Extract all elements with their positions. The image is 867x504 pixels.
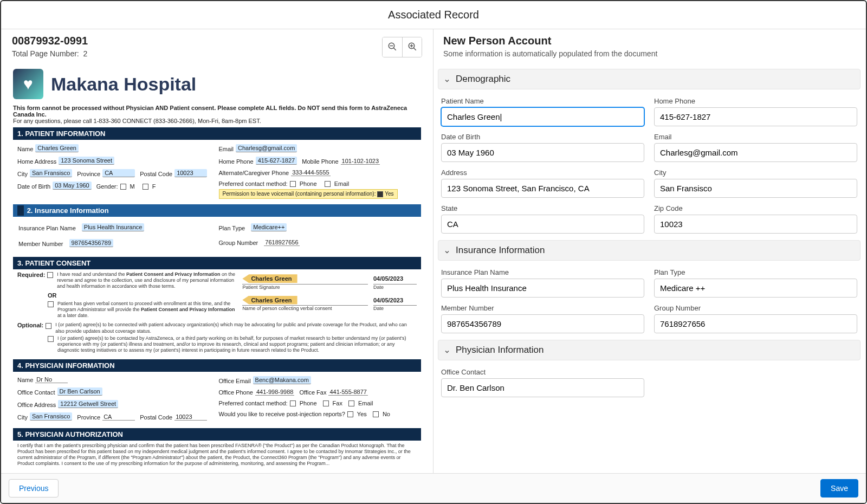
svg-line-1	[393, 48, 396, 50]
s4-reports-yes-label: Yes	[357, 411, 367, 417]
input-home-phone[interactable]	[654, 107, 857, 126]
disclaimer-bold: This form cannot be processed without Ph…	[13, 105, 421, 118]
s1-postal-value: 10023	[174, 169, 207, 177]
s4-phone-label: Office Phone	[219, 389, 253, 396]
s1-pc-phone-checkbox	[290, 181, 296, 187]
s1-city-label: City	[17, 171, 28, 177]
label-address: Address	[441, 169, 644, 177]
label-office-contact: Office Contact	[441, 368, 644, 376]
zoom-controls	[382, 37, 422, 57]
section-header-physician[interactable]: Physician Information	[438, 340, 860, 360]
s3-sig1-date: 04/05/2023	[373, 275, 403, 282]
s2-plan-label: Insurance Plan Name	[18, 225, 76, 231]
page-count-value: 2	[83, 49, 88, 58]
s4-postal-value: 10023	[174, 413, 207, 421]
input-zip[interactable]	[654, 215, 857, 234]
s1-hphone-label: Home Phone	[219, 158, 254, 165]
hospital-logo-icon: ♥	[13, 69, 43, 99]
s4-postal-label: Postal Code	[140, 414, 172, 421]
input-address[interactable]	[441, 179, 644, 198]
form-title: New Person Account	[443, 35, 856, 47]
s3-sig2-label: Name of person collecting verbal consent	[242, 306, 368, 312]
section4-header: 4. PHYSICIAN INFORMATION	[13, 359, 421, 372]
section3-header: 3. PATIENT CONSENT	[13, 257, 421, 269]
s2-type-value: Medicare++	[251, 223, 287, 231]
section-title-insurance: Insurance Information	[456, 245, 545, 256]
input-member-number[interactable]	[441, 314, 644, 333]
input-patient-name[interactable]	[441, 107, 644, 126]
s3-opt1-checkbox	[46, 323, 51, 329]
input-state[interactable]	[441, 215, 644, 234]
section2-body: Insurance Plan Name Plus Health Insuranc…	[13, 217, 421, 257]
input-city[interactable]	[654, 179, 857, 198]
s1-gender-label: Gender:	[96, 183, 118, 190]
s1-altphone-label: Alternate/Caregiver Phone	[219, 170, 289, 176]
s4-reports-label: Would you like to receive post-injection…	[219, 411, 345, 417]
s4-phone-value: 441-998-9988	[255, 389, 295, 396]
modal-footer: Previous Save	[1, 473, 866, 503]
chevron-down-icon	[444, 76, 450, 82]
form-accordion[interactable]: Demographic Patient Name Home Phone Date…	[434, 61, 866, 473]
s4-pc-fax-label: Fax	[333, 400, 342, 406]
scanned-document: ♥ Makana Hospital This form cannot be pr…	[13, 69, 421, 467]
zoom-in-button[interactable]	[402, 37, 422, 57]
s3-req1-text: I have read and understand the Patient C…	[57, 272, 239, 290]
s4-addr-label: Office Address	[17, 402, 56, 408]
s1-gender-m-checkbox	[120, 184, 126, 190]
s1-dob-value: 03 May 1960	[53, 182, 92, 190]
section5-body: I certify that I am the patient's prescr…	[13, 441, 421, 467]
input-email[interactable]	[654, 143, 857, 162]
page-count-label: Total Page Number:	[12, 49, 79, 58]
s1-altphone-value: 333-444-5555	[291, 169, 331, 176]
document-viewer[interactable]: ♥ Makana Hospital This form cannot be pr…	[1, 63, 433, 473]
s3-optional-label: Optional:	[17, 322, 43, 334]
previous-button[interactable]: Previous	[9, 479, 59, 497]
s1-name-value: Charles Green	[35, 144, 79, 152]
demographic-fields: Patient Name Home Phone Date of Birth Em…	[438, 89, 860, 236]
s3-req1-checkbox	[47, 272, 53, 278]
s1-email-label: Email	[219, 146, 234, 152]
s1-mphone-value: 101-102-1023	[341, 158, 380, 165]
input-dob[interactable]	[441, 143, 644, 162]
label-patient-name: Patient Name	[441, 97, 644, 105]
section-header-demographic[interactable]: Demographic	[438, 69, 860, 89]
section-header-insurance[interactable]: Insurance Information	[438, 240, 860, 261]
s4-fax-value: 441-555-8877	[328, 389, 368, 396]
zoom-out-button[interactable]	[383, 37, 402, 57]
section4-body: NameDr No Office ContactDr Ben Carlson O…	[13, 372, 421, 428]
document-id: 00879932-0991	[12, 35, 88, 47]
s4-reports-no-label: No	[383, 411, 390, 417]
s3-req2-text: Patient has given verbal consent to proc…	[57, 301, 239, 319]
s1-gender-f-label: F	[152, 183, 156, 190]
s2-group-value: 7618927656	[264, 239, 299, 246]
s1-addr-value: 123 Sonoma Street	[59, 157, 114, 165]
s4-email-label: Office Email	[219, 378, 251, 384]
s1-voicemail-label: Permission to leave voicemail (containin…	[223, 191, 376, 197]
insurance-fields: Insurance Plan Name Plan Type Member Num…	[438, 261, 860, 335]
s3-sig2-name: Charles Green	[242, 296, 297, 305]
input-group-number[interactable]	[654, 314, 857, 333]
s2-member-label: Member Number	[18, 241, 63, 247]
label-member-number: Member Number	[441, 304, 644, 312]
input-office-contact[interactable]	[441, 378, 644, 397]
save-button[interactable]: Save	[820, 479, 858, 497]
input-plan-type[interactable]	[654, 279, 857, 298]
s1-prefcontact-label: Preferred contact method:	[219, 180, 288, 187]
s1-hphone-value: 415-627-1827	[256, 157, 297, 165]
disclaimer-line2: For any questions, please call 1-833-360…	[13, 118, 421, 124]
zoom-in-icon	[407, 42, 417, 53]
s1-mphone-label: Mobile Phone	[302, 158, 338, 165]
s3-or-label: OR	[48, 292, 239, 299]
section5-header: 5. PHYSICIAN AUTHORIZATION	[13, 428, 421, 441]
section2-title: 2. Insurance Information	[27, 206, 109, 215]
s3-required-label: Required:	[17, 272, 45, 290]
label-state: State	[441, 204, 644, 212]
s1-voicemail-yes-checkbox	[377, 191, 383, 197]
s4-pc-fax-checkbox	[323, 400, 329, 406]
chevron-down-icon	[444, 247, 450, 254]
s2-plan-value: Plus Health Insurance	[82, 223, 145, 231]
hospital-name: Makana Hospital	[51, 74, 196, 95]
input-plan-name[interactable]	[441, 279, 644, 298]
s4-email-value: Benc@Makana.com	[253, 376, 311, 384]
label-city: City	[654, 169, 857, 177]
